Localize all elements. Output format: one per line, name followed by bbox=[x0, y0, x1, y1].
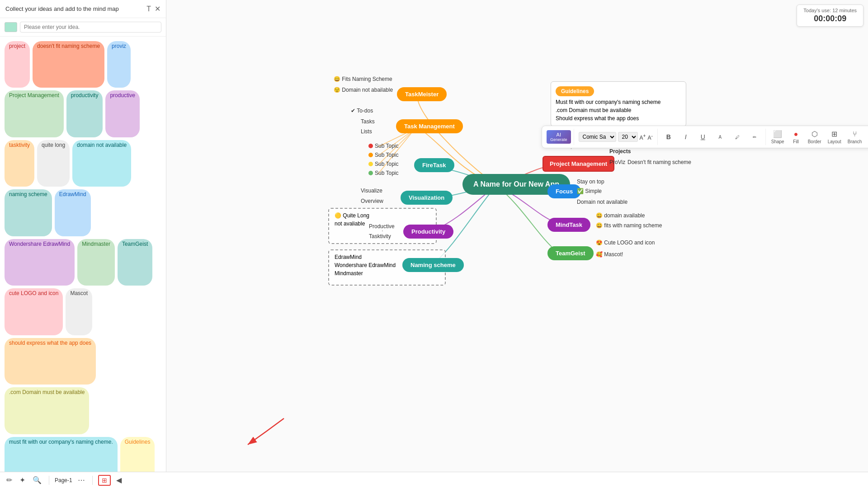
ai-icon: AI bbox=[557, 132, 561, 137]
taskmeister-node[interactable]: TaskMeister bbox=[397, 87, 447, 101]
branch-label: Branch bbox=[848, 139, 862, 144]
quite-long-text: 🟡 Quite Long bbox=[335, 212, 430, 219]
font-size-select[interactable]: 20 bbox=[618, 132, 638, 142]
guideline-item-2: .com Domain must be available bbox=[556, 107, 681, 113]
divider3 bbox=[765, 129, 766, 145]
tag-teamgeist[interactable]: TeamGeist bbox=[118, 239, 152, 286]
overview-node: Overview bbox=[361, 198, 383, 204]
visualization-node[interactable]: Visualization bbox=[401, 191, 453, 205]
tag-.com-domain-must-be-[interactable]: .com Domain must be available bbox=[5, 387, 89, 434]
project-management-node[interactable]: Project Management bbox=[542, 156, 614, 172]
timer-value: 00:00:09 bbox=[803, 14, 857, 23]
shape-label: Shape bbox=[771, 139, 784, 144]
tag-project[interactable]: project bbox=[5, 41, 30, 88]
doesnt-fit-text: Doesn't fit naming scheme bbox=[627, 159, 691, 165]
tasks-node: Tasks bbox=[361, 118, 375, 125]
bottom-bar: ✏ ✦ 🔍 Page-1 ⋯ ⊞ ◀ bbox=[0, 472, 868, 488]
sub-topic-4-text: Sub Topic bbox=[375, 170, 398, 176]
italic-button[interactable]: I bbox=[678, 131, 694, 142]
page-indicator[interactable]: Page-1 bbox=[55, 477, 72, 483]
idea-input[interactable] bbox=[20, 22, 161, 33]
sub-topic-3: Sub Topic bbox=[368, 161, 398, 167]
tag-mindmaster[interactable]: Mindmaster bbox=[77, 239, 115, 286]
border-button[interactable]: ⬡ Border bbox=[805, 128, 824, 146]
shape-button[interactable]: ⬜ Shape bbox=[769, 128, 787, 146]
panel-header: Collect your ideas and add to the mind m… bbox=[0, 0, 166, 18]
domain-not-node: 😟 Domain not abailable bbox=[334, 87, 393, 93]
panel-title: Collect your ideas and add to the mind m… bbox=[5, 5, 119, 12]
focus-node[interactable]: Focus bbox=[547, 184, 581, 198]
domain-avail-text: 😀 domain available bbox=[596, 212, 645, 219]
font-size-down[interactable]: A- bbox=[647, 133, 652, 141]
tag-doesn't-fit-naming-s[interactable]: doesn't fit naming scheme bbox=[33, 41, 104, 88]
layout-button[interactable]: ⊞ Layout bbox=[825, 128, 844, 146]
font-section: Comic Sa 20 A+ A- bbox=[577, 132, 655, 142]
tag-edrawmind[interactable]: EdrawMind bbox=[55, 189, 91, 236]
guideline-item-1: Must fit with our company's naming schem… bbox=[556, 99, 681, 105]
search-icon[interactable]: 🔍 bbox=[31, 475, 43, 485]
color-picker[interactable] bbox=[5, 22, 17, 32]
tag-tasktivity[interactable]: tasktivity bbox=[5, 140, 34, 187]
guidelines-title: Guidelines bbox=[556, 86, 594, 96]
border-label: Border bbox=[808, 139, 821, 144]
left-panel: Collect your ideas and add to the mind m… bbox=[0, 0, 166, 488]
fill-label: Fill bbox=[793, 139, 799, 144]
tag-quite-long[interactable]: quite long bbox=[37, 140, 70, 187]
tag-project-management[interactable]: Project Management bbox=[5, 90, 64, 137]
fill-button[interactable]: ● Fill bbox=[788, 128, 804, 146]
timer-box: Today's use: 12 minutes 00:00:09 bbox=[797, 5, 863, 27]
tag-naming-scheme[interactable]: naming scheme bbox=[5, 189, 52, 236]
tag-domain-not-available[interactable]: domain not available bbox=[72, 140, 131, 187]
connector-button[interactable]: ↗ Connector bbox=[865, 128, 868, 146]
sub-topic-4: Sub Topic bbox=[368, 170, 398, 176]
fits-naming-text: Fits Naming Scheme bbox=[342, 76, 392, 82]
tag-should-express-what-[interactable]: should express what the app does bbox=[5, 338, 96, 385]
tag-wondershare-edrawmin[interactable]: Wondershare EdrawMind bbox=[5, 239, 75, 286]
shape-icon: ⬜ bbox=[773, 130, 782, 138]
teamgeist-node[interactable]: TeamGeist bbox=[547, 246, 594, 260]
close-icon[interactable]: ✕ bbox=[155, 5, 160, 13]
panel-toggle-button[interactable]: ⊞ bbox=[98, 475, 111, 486]
main-canvas: Today's use: 12 minutes 00:00:09 AI Gene… bbox=[166, 0, 868, 488]
task-management-node[interactable]: Task Management bbox=[396, 119, 463, 133]
firetask-node[interactable]: FireTask bbox=[414, 158, 454, 172]
text-icon[interactable]: T bbox=[146, 5, 151, 13]
ai-button[interactable]: AI Generate bbox=[547, 130, 571, 144]
arrow-annotation bbox=[239, 414, 293, 452]
divider2 bbox=[657, 129, 658, 145]
productivity-node[interactable]: Productivity bbox=[403, 225, 453, 239]
tag-proviz[interactable]: proviz bbox=[107, 41, 131, 88]
sub-dot-4 bbox=[368, 171, 373, 175]
guidelines-box: Guidelines Must fit with our company's n… bbox=[551, 81, 686, 127]
tag-productive[interactable]: productive bbox=[105, 90, 139, 137]
tasktivity-node: Tasktivity bbox=[369, 233, 391, 239]
eraser-button[interactable]: ✏ bbox=[746, 133, 763, 141]
collapse-panel-icon[interactable]: ◀ bbox=[114, 475, 123, 485]
font-size-up[interactable]: A+ bbox=[640, 133, 646, 141]
tag-cute-logo-and-icon[interactable]: cute LOGO and icon bbox=[5, 288, 63, 335]
tag-mascot[interactable]: Mascot bbox=[66, 288, 92, 335]
tag-productivity[interactable]: productivity bbox=[66, 90, 103, 137]
panel-header-icons: T ✕ bbox=[146, 5, 160, 13]
star-icon[interactable]: ✦ bbox=[18, 475, 27, 485]
pencil-icon[interactable]: ✏ bbox=[5, 475, 14, 485]
guideline-item-3: Should express what the app does bbox=[556, 115, 681, 122]
todos-node: ✔ To-dos bbox=[351, 108, 373, 114]
bold-button[interactable]: B bbox=[660, 131, 677, 142]
svg-line-3 bbox=[378, 129, 415, 174]
font-color-button[interactable]: A bbox=[712, 133, 728, 141]
domain-focus-text: Domain not available bbox=[577, 199, 627, 205]
fits-naming-2-text: 😀 fits with naming scheme bbox=[596, 222, 662, 229]
visualize-node: Visualize bbox=[361, 188, 382, 194]
more-dots-icon[interactable]: ⋯ bbox=[76, 475, 87, 485]
highlight-button[interactable]: 🖊 bbox=[729, 133, 745, 141]
underline-button[interactable]: U bbox=[695, 131, 711, 142]
mindtask-node[interactable]: MindTask bbox=[547, 218, 590, 232]
font-family-select[interactable]: Comic Sa bbox=[579, 132, 616, 142]
sub-dot-3 bbox=[368, 162, 373, 166]
border-icon: ⬡ bbox=[811, 130, 818, 138]
productive-node: Productive bbox=[369, 223, 395, 230]
naming-scheme-node[interactable]: Naming scheme bbox=[402, 258, 464, 272]
simple-text: ✅ Simple bbox=[577, 188, 602, 194]
branch-button[interactable]: ⑂ Branch bbox=[845, 128, 865, 146]
